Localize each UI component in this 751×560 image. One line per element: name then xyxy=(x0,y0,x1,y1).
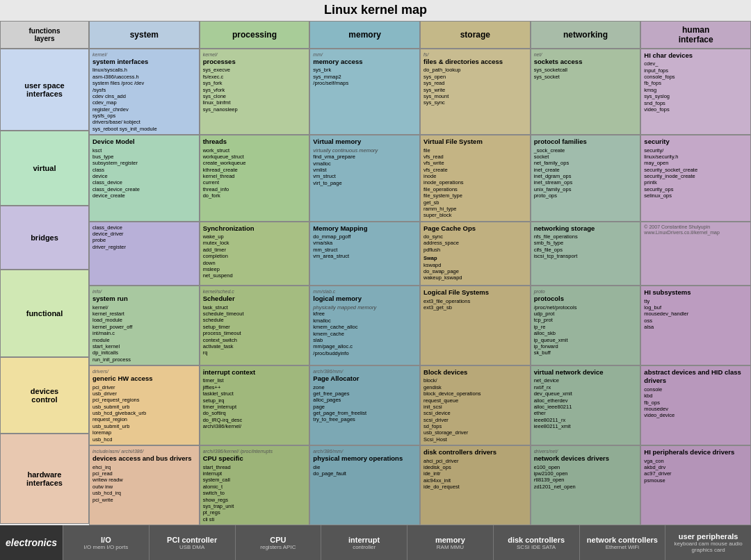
electronics-item-memory: memory RAM MMU xyxy=(407,525,493,560)
cell-processing-row4: kernel/sched.c Scheduler task_struct sch… xyxy=(200,286,310,365)
cell-processing-row1: kernel/ processes sys_execve fs/exec.c s… xyxy=(200,49,310,135)
cell-memory-row4: mm/slab.c logical memory physically mapp… xyxy=(309,286,420,365)
electronics-item-pci: PCI controller USB DMA xyxy=(149,525,235,560)
functional-label: functional xyxy=(0,270,89,357)
row-functional: info/ system run kernel/ kernel_restart … xyxy=(89,286,751,365)
cell-memory-row3: Memory Mapping do_mmap_pgoff vma/ska mm_… xyxy=(309,222,420,286)
cell-storage-row1: fs/ files & directories access do_path_l… xyxy=(420,49,531,135)
userspace-label: user spaceinterfaces xyxy=(0,49,89,131)
cell-storage-row3: Page Cache Ops do_sync address_space pdf… xyxy=(420,222,531,286)
cell-system-row4: info/ system run kernel/ kernel_restart … xyxy=(89,286,200,365)
electronics-item-peripherals: user peripherals keyboard cam mouse audi… xyxy=(665,525,751,560)
cell-processing-row3: Synchronization wake_up mutex_lock add_t… xyxy=(200,222,310,286)
cell-human-row1: HI char devices cdev_ input_fops console… xyxy=(640,49,751,135)
cell-storage-row6: disk controllers drivers ahci_pci_driver… xyxy=(420,445,531,525)
cell-human-row6: HI peripherals device drivers vga_con ak… xyxy=(640,445,751,525)
cell-system-row3: class_device device_driver probe driver_… xyxy=(89,222,200,286)
cell-storage-row4: Logical File Systems ext3_file_operation… xyxy=(420,286,531,365)
electronics-item-network: network controllers Ethernet WiFi xyxy=(579,525,665,560)
electronics-label: electronics xyxy=(0,525,63,560)
cell-system-row1: kernel/ system interfaces linux/syscalls… xyxy=(89,49,200,135)
cell-networking-row5: virtual network device net_device nxt/f_… xyxy=(531,365,641,445)
cell-human-row4: HI subsystems tty log_buf mousedev_handl… xyxy=(640,286,751,365)
cell-human-row3: © 2007 Constantine Shulyupin www.LinuxDr… xyxy=(640,222,751,286)
cell-human-row2: security security/ linux/security.h may_… xyxy=(640,135,751,221)
row-userspace: kernel/ system interfaces linux/syscalls… xyxy=(89,49,751,135)
virtual-label: virtual xyxy=(0,131,89,206)
electronics-item-interrupt: interrupt controller xyxy=(321,525,407,560)
cell-networking-row4: proto protocols /proc/net/protocols udp_… xyxy=(531,286,641,365)
col-header-system: system xyxy=(89,21,200,49)
row-devices: drivers/ generic HW access pci_driver us… xyxy=(89,365,751,445)
title-text: Linux kernel map xyxy=(324,3,427,17)
cell-networking-row1: net/ sockets access sys_socketcall sys_s… xyxy=(531,49,641,135)
page-title: Linux kernel map xyxy=(0,0,751,20)
column-headers: system processing memory storage network… xyxy=(89,21,751,49)
col-header-processing: processing xyxy=(200,21,310,49)
left-labels: functionslayers user spaceinterfaces vir… xyxy=(0,21,89,525)
electronics-items: I/O I/O mem I/O ports PCI controller USB… xyxy=(63,525,751,560)
diagram-container: functionslayers user spaceinterfaces vir… xyxy=(0,21,751,525)
cell-human-row5: abstract devices and HID class drivers c… xyxy=(640,365,751,445)
electronics-item-cpu: CPU registers APIC xyxy=(235,525,321,560)
functions-layers-label: functionslayers xyxy=(0,21,89,49)
cell-processing-row5: interrupt context timer_list jiffies++ t… xyxy=(200,365,310,445)
cell-system-row6: include/asm/ archi/i386/ devices access … xyxy=(89,445,200,525)
col-header-human: human interface xyxy=(640,21,751,49)
row-bridges: class_device device_driver probe driver_… xyxy=(89,222,751,286)
bridges-label: bridges xyxy=(0,206,89,270)
cell-storage-row2: Virtual File System file vfs_read vfs_wr… xyxy=(420,135,531,221)
cell-system-row2: Device Model ksct bus_type subsystem_reg… xyxy=(89,135,200,221)
cell-memory-row1: mm/ memory access sys_brk sys_mmap2 /pro… xyxy=(309,49,420,135)
main-container: Linux kernel map functionslayers user sp… xyxy=(0,0,751,560)
cell-system-row5: drivers/ generic HW access pci_driver us… xyxy=(89,365,200,445)
cell-storage-row5: Block devices block/ gendisk block_devic… xyxy=(420,365,531,445)
cell-networking-row3: networking storage nfs_file_operations s… xyxy=(531,222,641,286)
cell-memory-row6: arch/386/mm/ physical memory operations … xyxy=(309,445,420,525)
col-header-memory: memory xyxy=(309,21,420,49)
row-hardware: include/asm/ archi/i386/ devices access … xyxy=(89,445,751,525)
content-rows: kernel/ system interfaces linux/syscalls… xyxy=(89,49,751,525)
cell-networking-row2: protocol families _sock_create socket ne… xyxy=(531,135,641,221)
col-header-networking: networking xyxy=(531,21,641,49)
cell-processing-row2: threads work_struct workqueue_struct cre… xyxy=(200,135,310,221)
cell-memory-row5: arch/386/mm/ Page Allocator zone get_fre… xyxy=(309,365,420,445)
cell-networking-row6: drivers/net/ network devices drivers e10… xyxy=(531,445,641,525)
cell-memory-row2: Virtual memory virtually continuous memo… xyxy=(309,135,420,221)
right-content: system processing memory storage network… xyxy=(89,21,751,525)
electronics-item-disk: disk controllers SCSI IDE SATA xyxy=(493,525,579,560)
electronics-bar: electronics I/O I/O mem I/O ports PCI co… xyxy=(0,525,751,560)
col-header-storage: storage xyxy=(420,21,531,49)
hardware-label: hardwareinterfaces xyxy=(0,434,89,524)
cell-processing-row6: arch/i386/kernel/ /proc/interrupts CPU s… xyxy=(200,445,310,525)
electronics-item-io: I/O I/O mem I/O ports xyxy=(63,525,149,560)
devices-label: devicescontrol xyxy=(0,357,89,434)
row-virtual: Device Model ksct bus_type subsystem_reg… xyxy=(89,135,751,221)
